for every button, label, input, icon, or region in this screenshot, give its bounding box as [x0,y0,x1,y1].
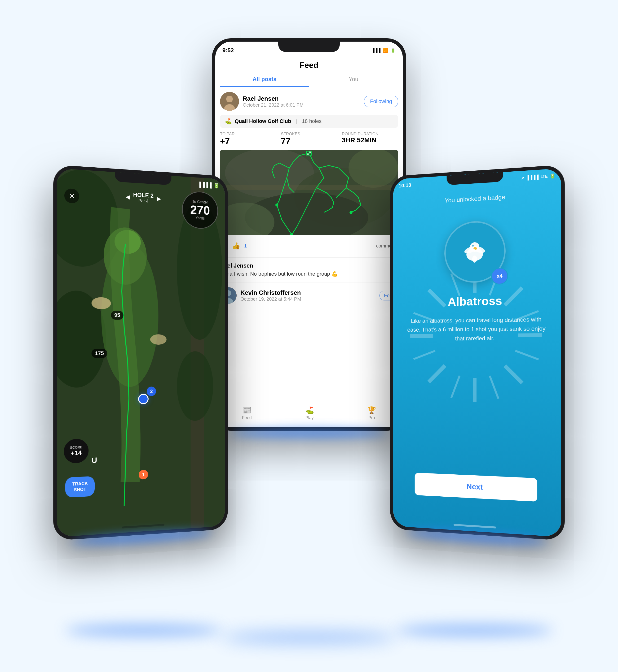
course-holes: 18 holes [302,118,321,124]
left-phone: ▐▐▐▐ 🔋 ✕ ◀ HOLE 2 Par 4 ▶ [53,164,228,541]
stat-par-value: +7 [220,136,276,146]
right-phone-shadow [397,625,553,636]
undo-icon[interactable]: U [92,456,97,465]
follow-button[interactable]: Following [364,96,398,107]
svg-line-36 [429,366,445,382]
stat-strokes: Strokes 77 [281,132,337,146]
feed-time: 9:52 [222,47,234,54]
prev-hole-arrow[interactable]: ◀ [125,193,130,200]
stat-par: To par +7 [220,132,276,146]
track-shot-label: TRACKSHOT [72,481,88,493]
badge-signal-icon: ▐▐▐▐ [526,174,538,180]
course-row: ⛳ Quail Hollow Golf Club | 18 holes [220,115,398,128]
golf-bag-icon: ⛳ [225,118,232,125]
tab-all-posts[interactable]: All posts [220,72,309,87]
like-count: 1 [244,243,247,249]
map-screen: ▐▐▐▐ 🔋 ✕ ◀ HOLE 2 Par 4 ▶ [57,168,225,537]
badge-count: x4 [497,273,503,279]
stat-par-label: To par [220,132,276,136]
main-scene: 9:52 ▐▐▐ 📶 🔋 Feed All posts You [49,29,569,643]
svg-point-12 [276,203,279,207]
tab-you[interactable]: You [309,72,398,87]
post-date-2: October 19, 2022 at 5:44 PM [240,296,380,302]
badge-description: Like an albatross, you can travel long d… [407,314,546,343]
svg-line-43 [451,376,459,398]
feed-tabs: All posts You [220,72,398,87]
nav-pro[interactable]: 🏆 Pro [367,406,376,420]
albatross-bird-icon [459,236,490,268]
next-hole-arrow[interactable]: ▶ [157,195,161,202]
feed-title: Feed [215,56,403,72]
course-map-image [220,150,398,235]
post-date: October 21, 2022 at 6:01 PM [243,102,364,108]
yardage-95: 95 [111,310,123,319]
badge-location-icon: ↗ [521,176,524,180]
stat-duration: Round Duration 3HR 52MIN [342,132,398,146]
badge-network-label: LTE [541,174,548,179]
badge-screen: 10:13 ↗ ▐▐▐▐ LTE 🔋 You unlocked a badge [393,168,561,537]
like-icon[interactable]: 👍 [232,242,240,250]
player-position-dot [138,394,148,404]
comment-item-1: Rael Jensen Haha I wish. No trophies but… [215,257,403,282]
badge-unlocked-text: You unlocked a badge [393,190,561,207]
center-phone-notch [278,41,340,52]
next-button[interactable]: Next [415,473,537,502]
pro-nav-icon: 🏆 [367,406,376,414]
play-nav-icon: ⛳ [305,406,314,414]
map-battery-icon: 🔋 [213,182,219,189]
score-label: SCORE [70,445,82,449]
stat-strokes-value: 77 [281,136,337,146]
badge-battery-icon: 🔋 [550,173,555,179]
right-phone-home-bar [453,524,496,529]
distance-number: 270 [190,204,210,217]
yardage-175-value: 175 [95,350,104,356]
hole-navigation: ◀ HOLE 2 Par 4 ▶ [125,191,161,205]
bottom-nav: 📰 Feed ⛳ Play 🏆 Pro [215,404,403,427]
track-shot-button[interactable]: TRACKSHOT [65,476,95,498]
hole-number: HOLE 2 [133,191,153,199]
svg-line-41 [515,351,538,359]
battery-icon: 🔋 [390,48,396,53]
svg-line-44 [414,351,435,359]
stat-strokes-label: Strokes [281,132,337,136]
svg-line-34 [505,366,522,383]
signal-icon: ▐▐▐ [372,48,381,53]
comment-text-1: Haha I wish. No trophies but low roun th… [220,270,398,278]
score-value: +14 [71,449,82,457]
right-phone: 10:13 ↗ ▐▐▐▐ LTE 🔋 You unlocked a badge [390,164,565,541]
badge-time: 10:13 [399,182,411,189]
svg-point-1 [226,96,233,102]
wifi-icon: 📶 [383,48,388,53]
post-avatar [220,92,239,111]
svg-line-42 [490,376,498,399]
next-post-header: Kevin Christoffersen October 19, 2022 at… [215,282,403,308]
stat-duration-value: 3HR 52MIN [342,136,398,144]
feed-nav-icon: 📰 [242,406,251,414]
badge-unlocked-label: You unlocked a badge [445,193,505,204]
post-header: Rael Jensen October 21, 2022 at 6:01 PM … [220,92,398,111]
yardage-175: 175 [92,349,107,358]
nav-feed[interactable]: 📰 Feed [242,406,252,420]
badge-circle-container: x4 [444,220,506,283]
svg-rect-16 [309,153,311,155]
post-user-info: Rael Jensen October 21, 2022 at 6:01 PM [243,95,364,108]
stats-row: To par +7 Strokes 77 Round Duration 3HR … [220,132,398,146]
hole-marker-2: 2 [147,387,156,396]
distance-label-bottom: Yards [195,216,205,221]
post-username: Rael Jensen [243,95,364,102]
left-phone-shadow [65,625,221,636]
nav-play[interactable]: ⛳ Play [305,406,314,420]
comment-username-1: Rael Jensen [220,262,398,269]
feed-post: Rael Jensen October 21, 2022 at 6:01 PM … [215,87,403,257]
map-signal-icon: ▐▐▐▐ [198,181,212,188]
center-phone-shadow [221,632,397,643]
course-name: Quail Hollow Golf Club [235,118,291,124]
aerial-map [220,150,398,235]
badge-icon-area: x4 [444,220,506,283]
badge-description-container: Like an albatross, you can travel long d… [407,314,546,343]
nav-feed-label: Feed [242,415,252,420]
next-button-container: Next [415,473,537,502]
svg-point-25 [177,351,213,421]
feed-screen: 9:52 ▐▐▐ 📶 🔋 Feed All posts You [215,41,403,427]
nav-pro-label: Pro [369,415,375,420]
